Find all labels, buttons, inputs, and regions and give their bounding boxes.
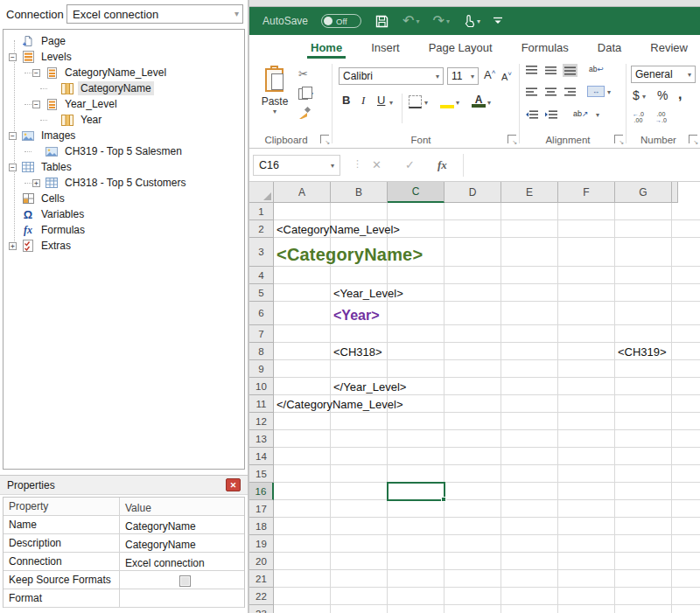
row-header-9[interactable]: 9 [249, 360, 274, 378]
row-header-15[interactable]: 15 [249, 465, 274, 483]
collapse-icon[interactable]: − [32, 101, 40, 108]
tab-page-layout[interactable]: Page Layout [427, 35, 494, 60]
row-header-23[interactable]: 23 [249, 605, 274, 613]
merge-center-button[interactable]: ↔ [587, 86, 605, 97]
row-header-1[interactable]: 1 [249, 203, 274, 220]
chevron-down-icon[interactable]: ▾ [424, 99, 428, 107]
row-header-10[interactable]: 10 [249, 378, 274, 395]
middle-align-button[interactable] [543, 64, 558, 77]
percent-format-button[interactable]: % [657, 88, 668, 102]
tab-home[interactable]: Home [309, 35, 344, 60]
formula-input[interactable] [463, 154, 700, 177]
italic-button[interactable]: I [361, 94, 365, 108]
row-header-18[interactable]: 18 [249, 518, 274, 535]
tree-item-tables[interactable]: −Tables [4, 159, 244, 175]
touch-mouse-mode-button[interactable]: ▾ [463, 14, 480, 28]
property-value[interactable] [120, 571, 244, 589]
underline-button[interactable]: U [377, 94, 385, 107]
chevron-down-icon[interactable]: ▾ [456, 99, 459, 107]
align-center-button[interactable] [543, 85, 558, 98]
cell-b8[interactable]: <CH318> [331, 343, 382, 360]
tree-item-variables[interactable]: ΩVariables [4, 206, 244, 222]
cell-a3[interactable]: <CategoryName> [274, 238, 423, 267]
collapse-icon[interactable]: − [9, 164, 17, 171]
cell-b10[interactable]: </Year_Level> [331, 378, 406, 395]
autosave-toggle[interactable]: Off [321, 14, 361, 28]
format-painter-button[interactable] [298, 107, 328, 121]
clipboard-dialog-launcher-icon[interactable] [320, 135, 329, 143]
number-format-dropdown[interactable]: General ▾ [631, 66, 696, 83]
cell-a11[interactable]: </CategoryName_Level> [274, 395, 403, 413]
row-header-21[interactable]: 21 [249, 570, 274, 588]
alignment-dialog-launcher-icon[interactable] [614, 135, 623, 143]
row-header-7[interactable]: 7 [249, 325, 274, 343]
customize-quick-access-button[interactable] [494, 17, 502, 25]
active-cell-selection[interactable] [387, 482, 445, 501]
cell-a2[interactable]: <CategoryName_Level> [274, 220, 400, 238]
tree-item-cells[interactable]: Cells [4, 191, 244, 206]
font-color-button[interactable]: A [472, 94, 486, 108]
row-header-22[interactable]: 22 [249, 588, 274, 605]
orientation-button[interactable]: ab↗ [573, 109, 589, 118]
comma-format-button[interactable]: , [678, 87, 682, 102]
chevron-down-icon[interactable]: ▾ [389, 99, 393, 107]
expand-icon[interactable]: + [32, 179, 40, 187]
row-header-6[interactable]: 6 [249, 302, 274, 325]
tree-item-images[interactable]: −Images [4, 128, 244, 143]
tree-item-ch318-top-5-customers[interactable]: +CH318 - Top 5 Customers [4, 175, 244, 191]
row-header-14[interactable]: 14 [249, 448, 274, 465]
row-header-2[interactable]: 2 [249, 220, 274, 238]
tree-item-categoryname-level[interactable]: −CategoryName_Level [4, 65, 244, 80]
font-dialog-launcher-icon[interactable] [508, 135, 516, 143]
font-name-dropdown[interactable]: Calibri ▾ [339, 67, 444, 85]
tree-item-year[interactable]: Year [4, 112, 244, 128]
column-header-g[interactable]: G [615, 182, 672, 203]
column-header-d[interactable]: D [444, 182, 501, 203]
undo-button[interactable]: ↶ ▾ [402, 15, 419, 27]
cell-b6[interactable]: <Year> [331, 302, 380, 325]
cut-button[interactable]: ✂ [298, 66, 328, 80]
chevron-down-icon[interactable]: ▾ [642, 93, 646, 101]
font-size-dropdown[interactable]: 11 ▾ [447, 67, 479, 85]
select-all-button[interactable] [249, 182, 274, 203]
tree-item-formulas[interactable]: fxFormulas [4, 222, 244, 238]
row-header-8[interactable]: 8 [249, 343, 274, 360]
collapse-icon[interactable]: − [9, 53, 17, 61]
wrap-text-button[interactable]: ab↩ [589, 65, 604, 73]
name-box[interactable]: C16 ▾ [253, 155, 340, 176]
tree-item-levels[interactable]: −Levels [4, 49, 244, 65]
row-header-20[interactable]: 20 [249, 553, 274, 570]
copy-button[interactable]: ▾ [298, 87, 328, 101]
decrease-decimal-button[interactable]: .00→.0 [655, 111, 667, 123]
tab-insert[interactable]: Insert [369, 35, 402, 60]
row-header-5[interactable]: 5 [249, 284, 274, 302]
cell-b5[interactable]: <Year_Level> [331, 284, 403, 302]
row-header-11[interactable]: 11 [249, 395, 274, 413]
borders-button[interactable] [409, 95, 422, 108]
tree-item-ch319-top-5-salesmen[interactable]: CH319 - Top 5 Salesmen [4, 143, 244, 159]
tree-item-page[interactable]: Page [4, 33, 244, 49]
tab-data[interactable]: Data [596, 35, 623, 60]
row-header-4[interactable]: 4 [249, 267, 274, 284]
collapse-icon[interactable]: − [32, 69, 40, 77]
align-right-button[interactable] [563, 85, 578, 98]
paste-button[interactable]: Paste ▾ [256, 65, 294, 133]
tab-review[interactable]: Review [648, 35, 690, 60]
column-header-b[interactable]: B [331, 182, 388, 203]
close-icon[interactable]: ✕ [226, 478, 241, 491]
tree-item-extras[interactable]: +Extras [4, 238, 244, 254]
expand-icon[interactable]: + [9, 242, 17, 250]
column-header-f[interactable]: F [558, 182, 615, 203]
save-button[interactable] [374, 14, 389, 29]
fill-handle[interactable] [441, 497, 446, 502]
formula-bar-grip[interactable]: ⋮ [353, 158, 362, 170]
row-header-12[interactable]: 12 [249, 413, 274, 430]
tree-item-categoryname[interactable]: CategoryName [4, 80, 244, 96]
column-header-partial[interactable] [672, 182, 678, 203]
cell-g8[interactable]: <CH319> [615, 343, 667, 360]
top-align-button[interactable] [524, 64, 539, 77]
column-header-c[interactable]: C [388, 182, 444, 203]
checkbox-unchecked-icon[interactable] [179, 575, 191, 587]
row-header-19[interactable]: 19 [249, 535, 274, 553]
tree-item-year-level[interactable]: −Year_Level [4, 96, 244, 112]
